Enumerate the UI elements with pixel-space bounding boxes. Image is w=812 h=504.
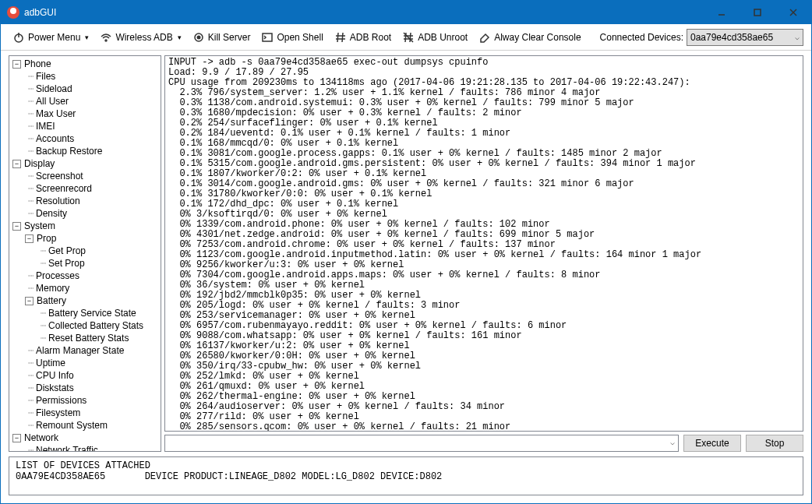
- tree-line: ┈: [37, 307, 48, 319]
- tree-item[interactable]: Screenshot: [36, 170, 83, 182]
- tree-item[interactable]: Set Prop: [48, 257, 85, 270]
- tree-line: ┈: [25, 95, 36, 107]
- tree-phone[interactable]: Phone: [24, 58, 51, 70]
- maximize-button[interactable]: [740, 1, 775, 24]
- tree-display[interactable]: Display: [24, 157, 55, 170]
- tree-line: ┈: [25, 207, 36, 220]
- wifi-icon: [100, 31, 112, 44]
- tree-item[interactable]: Files: [36, 70, 55, 83]
- status-bar: LIST OF DEVICES ATTACHED 0AA79E4CD358AE6…: [9, 456, 803, 495]
- tree-item[interactable]: Max User: [36, 107, 76, 120]
- tree-toggle[interactable]: −: [12, 222, 21, 231]
- tree-line: ┈: [25, 382, 36, 394]
- alway-clear-button[interactable]: Alway Clear Console: [475, 29, 584, 46]
- tree-item[interactable]: Filesystem: [36, 407, 80, 419]
- tree-item[interactable]: Alarm Manager State: [36, 344, 124, 357]
- tree-item[interactable]: Get Prop: [48, 245, 86, 257]
- tree-line: ┈: [25, 107, 36, 120]
- svg-line-15: [410, 33, 411, 42]
- console-output[interactable]: INPUT -> adb -s 0aa79e4cd358ae65 exec-ou…: [164, 55, 803, 432]
- wireless-adb-button[interactable]: Wireless ADB: [96, 29, 185, 46]
- titlebar: adbGUI: [1, 1, 811, 24]
- chevron-down-icon: ⌵: [670, 438, 675, 446]
- tree-line: ┈: [25, 195, 36, 207]
- record-icon: [192, 31, 205, 44]
- tree-toggle[interactable]: −: [25, 234, 34, 243]
- tree-line: ┈: [25, 120, 36, 132]
- chevron-down-icon: ⌵: [795, 33, 800, 41]
- tree-item[interactable]: Accounts: [36, 132, 74, 145]
- kill-server-button[interactable]: Kill Server: [189, 29, 255, 46]
- tree-line: ┈: [25, 357, 36, 369]
- window-title: adbGUI: [24, 7, 56, 18]
- svg-rect-1: [754, 9, 761, 16]
- tree-line: ┈: [25, 182, 36, 195]
- tree-line: ┈: [25, 170, 36, 182]
- tree-battery[interactable]: Battery: [37, 294, 66, 307]
- minimize-button[interactable]: [704, 1, 740, 24]
- tree-line: ┈: [37, 245, 48, 257]
- tree-item[interactable]: Backup Restore: [36, 145, 102, 157]
- tree-item[interactable]: Sideload: [36, 83, 72, 95]
- stop-button[interactable]: Stop: [746, 435, 803, 452]
- tree-line: ┈: [25, 394, 36, 407]
- tree-toggle[interactable]: −: [12, 434, 21, 442]
- tree-item[interactable]: CPU Info: [36, 369, 74, 382]
- command-input[interactable]: ⌵: [164, 435, 679, 452]
- tree-item[interactable]: Permissions: [36, 394, 86, 407]
- tree-item[interactable]: Processes: [36, 270, 79, 282]
- tree-item[interactable]: Screenrecord: [36, 182, 92, 195]
- power-menu-button[interactable]: Power Menu: [9, 29, 93, 46]
- tree-item[interactable]: Density: [36, 207, 67, 220]
- tree-item[interactable]: Resolution: [36, 195, 80, 207]
- adb-root-label: ADB Root: [350, 32, 391, 43]
- tree-item[interactable]: Uptime: [36, 357, 65, 369]
- tree-line: ┈: [25, 444, 36, 452]
- tree-toggle[interactable]: −: [12, 60, 21, 69]
- tree-item[interactable]: Collected Battery Stats: [48, 319, 143, 332]
- tree-system[interactable]: System: [24, 220, 55, 232]
- adb-unroot-button[interactable]: ADB Unroot: [398, 29, 471, 46]
- tree-item[interactable]: Network Traffic: [36, 444, 98, 452]
- tree-line: ┈: [25, 83, 36, 95]
- tree-line: ┈: [25, 270, 36, 282]
- power-menu-label: Power Menu: [28, 32, 80, 43]
- svg-line-10: [337, 33, 338, 42]
- tree-toggle[interactable]: −: [12, 160, 21, 168]
- eraser-icon: [478, 31, 491, 44]
- tree-item[interactable]: Reset Battery Stats: [48, 332, 129, 344]
- tree-line: ┈: [25, 282, 36, 294]
- wireless-adb-label: Wireless ADB: [115, 32, 172, 43]
- tree-line: ┈: [25, 132, 36, 145]
- open-shell-label: Open Shell: [277, 32, 323, 43]
- tree-item[interactable]: Battery Service State: [48, 307, 136, 319]
- sidebar-tree[interactable]: −Phone┈Files┈Sideload┈All User┈Max User┈…: [9, 55, 161, 452]
- tree-line: ┈: [25, 70, 36, 83]
- tree-item[interactable]: Remount System: [36, 419, 108, 432]
- toolbar: Power Menu Wireless ADB Kill Server Open…: [1, 24, 811, 51]
- execute-button[interactable]: Execute: [683, 435, 741, 452]
- tree-line: ┈: [25, 344, 36, 357]
- svg-rect-9: [263, 33, 272, 41]
- close-button[interactable]: [775, 1, 811, 24]
- device-select[interactable]: 0aa79e4cd358ae65 ⌵: [687, 29, 803, 46]
- tree-toggle[interactable]: −: [25, 297, 34, 305]
- tree-prop[interactable]: Prop: [37, 232, 56, 245]
- tree-line: ┈: [25, 407, 36, 419]
- open-shell-button[interactable]: Open Shell: [257, 29, 327, 46]
- tree-item[interactable]: IMEI: [36, 120, 55, 132]
- svg-point-6: [105, 40, 107, 41]
- tree-line: ┈: [37, 319, 48, 332]
- tree-item[interactable]: Memory: [36, 282, 69, 294]
- kill-server-label: Kill Server: [208, 32, 251, 43]
- adb-root-button[interactable]: ADB Root: [330, 29, 395, 46]
- tree-line: ┈: [25, 419, 36, 432]
- adb-unroot-label: ADB Unroot: [418, 32, 468, 43]
- svg-line-11: [342, 33, 343, 42]
- tree-item[interactable]: All User: [36, 95, 69, 107]
- device-selected: 0aa79e4cd358ae65: [690, 32, 773, 43]
- app-icon: [7, 6, 19, 19]
- tree-network[interactable]: Network: [24, 432, 58, 444]
- tree-item[interactable]: Diskstats: [36, 382, 74, 394]
- tree-line: ┈: [37, 257, 48, 270]
